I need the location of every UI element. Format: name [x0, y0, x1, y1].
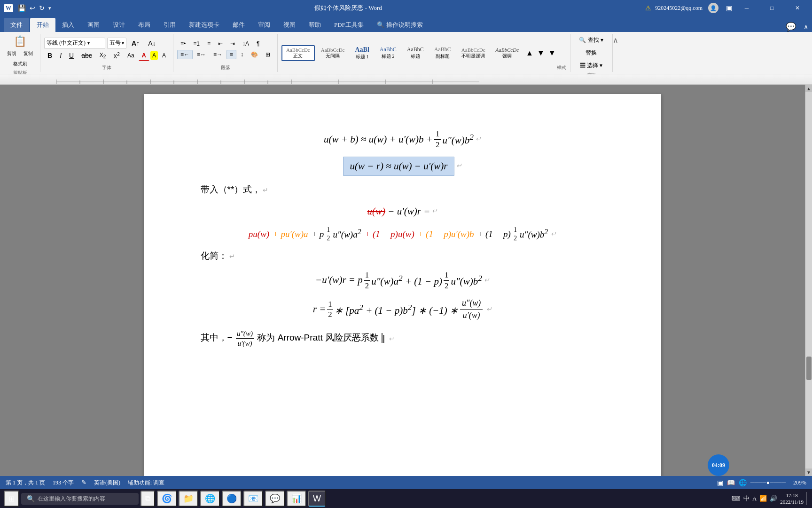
numbering-btn[interactable]: ≡1 — [190, 39, 203, 48]
zoom-slider[interactable]: ────●──── — [750, 479, 786, 486]
cut-btn[interactable]: 剪切 — [4, 49, 20, 58]
scroll-up-btn[interactable]: ▲ — [805, 85, 812, 92]
zoom-level[interactable]: 209% — [789, 479, 806, 486]
style-subtitle[interactable]: AaBbC 副标题 — [430, 45, 455, 61]
save-icon[interactable]: 💾 — [18, 4, 26, 12]
show-marks-btn[interactable]: ¶ — [253, 39, 263, 48]
chrome-btn[interactable]: 🌐 — [200, 491, 220, 507]
show-desktop-btn[interactable] — [806, 492, 808, 505]
minimize-btn[interactable]: ─ — [736, 0, 757, 16]
undo-icon[interactable]: ↩ — [30, 4, 35, 12]
tab-mail[interactable]: 邮件 — [226, 18, 251, 32]
tab-home[interactable]: 开始 — [30, 18, 55, 32]
decrease-font-btn[interactable]: A↓ — [145, 38, 159, 48]
text-effect-btn[interactable]: A — [159, 51, 169, 60]
volume-icon[interactable]: 🔊 — [770, 495, 777, 502]
view-web-btn[interactable]: 🌐 — [739, 479, 747, 487]
style-h2[interactable]: AaBbC 标题 2 — [375, 45, 401, 61]
subscript-btn[interactable]: X2 — [96, 50, 109, 61]
search-bar[interactable]: 🔍 在这里输入你要搜索的内容 — [21, 493, 139, 505]
word-taskbar-btn[interactable]: W — [308, 491, 326, 507]
datetime[interactable]: 17:18 2022/11/19 — [780, 492, 804, 506]
underline-btn[interactable]: U — [66, 50, 77, 61]
bold-btn[interactable]: B — [44, 50, 55, 61]
app-icon-4[interactable]: 📊 — [287, 491, 306, 507]
style-nospace[interactable]: AaBbCcDc 无间隔 — [317, 46, 349, 61]
close-btn[interactable]: ✕ — [787, 0, 808, 16]
shading-btn[interactable]: 🎨 — [248, 50, 261, 59]
chat-icon[interactable]: 💬 — [782, 22, 800, 32]
tray-icon-1[interactable]: ⌨ — [732, 495, 741, 502]
sort-btn[interactable]: ↕A — [239, 39, 252, 48]
styles-scroll-down[interactable]: ▼ — [536, 48, 546, 58]
align-center-btn[interactable]: ≡↔ — [194, 50, 209, 59]
replace-btn[interactable]: 替换 — [582, 48, 600, 58]
justify-btn[interactable]: ≡ — [226, 50, 236, 59]
right-scrollbar[interactable]: ▲ ▼ — [805, 85, 812, 476]
language[interactable]: 英语(美国) — [94, 479, 120, 487]
format-painter-btn[interactable]: 格式刷 — [10, 59, 31, 69]
copy-btn[interactable]: 复制 — [20, 49, 36, 58]
italic-btn[interactable]: I — [56, 50, 65, 61]
view-reader-btn[interactable]: 📖 — [727, 479, 735, 487]
network-icon[interactable]: 📶 — [759, 495, 767, 502]
font-size-selector[interactable]: 五号 ▾ — [107, 38, 126, 49]
tab-layout[interactable]: 布局 — [132, 18, 157, 32]
multilevel-btn[interactable]: ≡ — [204, 39, 214, 48]
find-btn[interactable]: 🔍 查找 ▾ — [576, 35, 607, 46]
tray-icon-3[interactable]: A — [752, 495, 757, 502]
styles-expand[interactable]: ▼ — [547, 48, 557, 58]
style-title[interactable]: AaBbC 标题 — [403, 45, 428, 61]
tab-help[interactable]: 帮助 — [302, 18, 328, 32]
app-icon-2[interactable]: 📧 — [243, 491, 263, 507]
tab-pdf[interactable]: PDF工具集 — [328, 18, 370, 32]
ribbon-collapse-icon[interactable]: ∧ — [800, 23, 812, 31]
style-normal[interactable]: AaBbCcDc 正文 — [281, 45, 315, 61]
increase-indent-btn[interactable]: ⇥ — [227, 39, 238, 48]
start-btn[interactable]: ⊞ — [4, 491, 19, 507]
redo-icon[interactable]: ↻ — [39, 4, 45, 12]
ribbon-collapse-arrow[interactable]: ∧ — [613, 34, 620, 72]
tab-newtab[interactable]: 新建选项卡 — [182, 18, 226, 32]
edge-btn[interactable]: 🌀 — [157, 491, 177, 507]
style-h1[interactable]: AaBl 标题 1 — [351, 45, 373, 62]
tab-references[interactable]: 引用 — [157, 18, 182, 32]
bullets-btn[interactable]: ≡• — [177, 39, 189, 48]
text-case-btn[interactable]: Aa — [124, 51, 138, 60]
increase-font-btn[interactable]: A↑ — [128, 38, 143, 48]
style-em[interactable]: AaBbCcDc 强调 — [492, 46, 523, 61]
explorer-btn[interactable]: 📁 — [179, 491, 198, 507]
font-color-btn[interactable]: A — [139, 50, 149, 61]
tab-insert[interactable]: 插入 — [55, 18, 81, 32]
line-spacing-btn[interactable]: ↕ — [237, 50, 247, 59]
tab-view[interactable]: 视图 — [277, 18, 302, 32]
border-btn[interactable]: ⊞ — [262, 50, 273, 59]
accessibility[interactable]: 辅助功能: 调查 — [128, 479, 164, 487]
tab-review[interactable]: 审阅 — [251, 18, 277, 32]
scroll-thumb[interactable] — [806, 357, 812, 380]
align-right-btn[interactable]: ≡→ — [210, 50, 226, 59]
view-normal-btn[interactable]: ▣ — [717, 479, 723, 487]
highlight-btn[interactable]: A — [150, 51, 158, 60]
decrease-indent-btn[interactable]: ⇤ — [215, 39, 226, 48]
ribbon-display-icon[interactable]: ▣ — [726, 4, 732, 12]
font-name-selector[interactable]: 等线 (中文正文) ▾ — [44, 38, 105, 49]
app-icon-3[interactable]: 💬 — [265, 491, 285, 507]
align-left-btn[interactable]: ≡← — [177, 50, 193, 59]
tab-draw[interactable]: 画图 — [81, 18, 106, 32]
tray-icon-2[interactable]: 中 — [743, 494, 750, 503]
scroll-down-btn[interactable]: ▼ — [805, 468, 812, 476]
superscript-btn[interactable]: X2 — [110, 50, 123, 61]
track-changes-icon[interactable]: ✎ — [81, 479, 86, 486]
style-subtle-em[interactable]: AaBbCcDc 不明显强调 — [457, 46, 490, 61]
user-avatar[interactable]: 👤 — [708, 3, 718, 13]
maximize-btn[interactable]: □ — [761, 0, 783, 16]
app-icon-1[interactable]: 🔵 — [222, 491, 242, 507]
tab-file[interactable]: 文件 — [4, 18, 29, 32]
paste-btn[interactable]: 📋 — [11, 35, 29, 48]
customize-icon[interactable]: ▾ — [48, 5, 51, 11]
strikethrough-btn[interactable]: abc — [78, 50, 95, 61]
tab-search[interactable]: 🔍操作说明搜索 — [370, 18, 429, 32]
styles-scroll-up[interactable]: ▲ — [525, 48, 534, 58]
task-view-btn[interactable]: ⧉ — [141, 491, 155, 507]
